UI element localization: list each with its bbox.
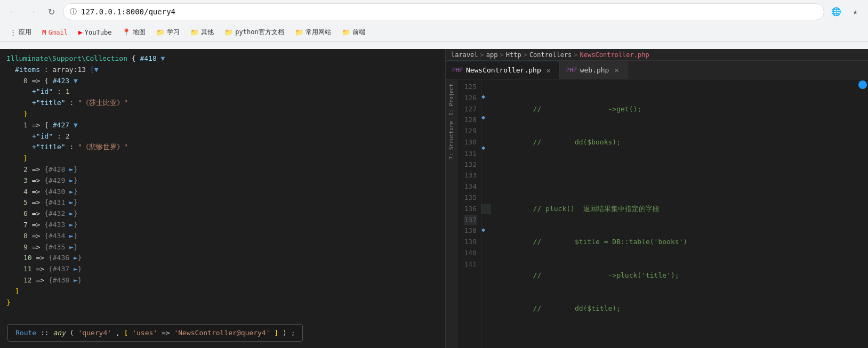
g-134	[481, 174, 491, 184]
tab-newscontroller-close[interactable]: ✕	[544, 66, 553, 75]
route-uses-key: 'uses'	[132, 329, 157, 337]
g-131: ◆	[481, 143, 491, 153]
folder-icon-2: 📁	[190, 28, 199, 36]
bookmark-study-label: 学习	[167, 28, 180, 37]
debug-obj-close: }	[6, 297, 439, 309]
folder-icon-1: 📁	[156, 28, 165, 36]
debug-id-key-1: +"id"	[32, 132, 53, 140]
bookmark-apps[interactable]: ⋮ 应用	[5, 26, 36, 38]
debug-title-colon: :	[69, 99, 78, 107]
toolbar-icons: 🌐 ★	[829, 4, 863, 19]
debug-item-9: 9 => {#435 ►}	[23, 242, 439, 253]
tab-web-close[interactable]: ✕	[612, 66, 621, 74]
forward-button[interactable]: →	[25, 4, 39, 19]
ln-138: 138	[464, 225, 477, 237]
bookmark-gmail[interactable]: M Gmail	[38, 27, 72, 38]
debug-item-0-index: 0	[23, 77, 28, 85]
debug-title-key: +"title"	[32, 99, 66, 107]
ln-139: 139	[464, 237, 477, 248]
code-area: 125 126 127 128 129 130 131 132 133 134 …	[457, 79, 868, 348]
bc-file: NewsController.php	[580, 51, 649, 59]
bookmark-youtube-label: YouTube	[85, 29, 112, 36]
project-label[interactable]: 1: Project	[447, 82, 455, 118]
debug-item-0: 0 => { #423 ▼	[23, 76, 439, 87]
gutter: ◆ ◆ ◆ ◆	[481, 79, 491, 348]
route-code-block: Route :: any ( 'query4' , [ 'uses' => 'N…	[7, 324, 303, 342]
debug-items-expand[interactable]: [▼	[90, 66, 99, 74]
bookmark-study[interactable]: 📁 学习	[152, 26, 184, 38]
debug-item-6: 6 => {#432 ►}	[23, 208, 439, 220]
debug-item-3: 3 => {#429 ►}	[23, 175, 439, 187]
tab-web[interactable]: PHP web.php ✕	[560, 61, 628, 79]
debug-item-0-close: }	[23, 109, 439, 120]
debug-item-0-title: +"title" : "《莎士比亚》"	[32, 98, 439, 109]
bookmark-common-label: 常用网站	[306, 28, 331, 37]
main-area: Illuminate\Support\Collection { #418 ▼ #…	[0, 49, 868, 348]
bookmark-icon[interactable]: ★	[848, 4, 863, 19]
line-numbers: 125 126 127 128 129 130 131 132 133 134 …	[457, 79, 481, 348]
code-128: // pluck() 返回结果集中指定的字段	[500, 204, 857, 215]
g-137	[481, 204, 491, 214]
bookmark-youtube[interactable]: ▶ YouTube	[74, 27, 116, 38]
g-139: ◆	[481, 225, 491, 235]
bookmark-gmail-label: Gmail	[49, 29, 68, 36]
ln-131: 131	[464, 148, 477, 159]
debug-item-4: 4 => {#430 ►}	[23, 187, 439, 198]
ln-129: 129	[464, 126, 477, 137]
maps-icon: 📍	[122, 28, 131, 36]
bookmark-other-label: 其他	[201, 28, 214, 37]
debug-item-0-expand[interactable]: ▼	[74, 77, 78, 85]
php-icon-1: PHP	[452, 67, 463, 74]
debug-item-1: 1 => { #427 ▼	[23, 120, 439, 131]
code-131: // dd($title);	[500, 303, 857, 314]
debug-item-2: 2 => {#428 ►}	[23, 164, 439, 175]
debug-item-8: 8 => {#434 ►}	[23, 231, 439, 242]
bc-sep-4: >	[574, 51, 577, 59]
tab-newscontroller[interactable]: PHP NewsController.php ✕	[446, 61, 560, 79]
bc-http: Http	[506, 51, 521, 59]
bookmark-python[interactable]: 📁 python官方文档	[220, 26, 288, 38]
code-129: // $title = DB::table('books')	[500, 237, 857, 248]
address-bar[interactable]: ⓘ 127.0.0.1:8000/query4	[63, 3, 824, 20]
code-132	[500, 336, 857, 347]
translate-icon[interactable]: 🌐	[829, 4, 843, 19]
bookmark-common[interactable]: 📁 常用网站	[291, 26, 335, 38]
debug-item-12: 12 => {#438 ►}	[23, 275, 439, 286]
g-127	[481, 102, 491, 112]
g-125	[481, 82, 491, 92]
code-125: // ->get();	[500, 104, 857, 115]
debug-item-1-hash: {	[44, 121, 49, 129]
debug-item-1-expand[interactable]: ▼	[74, 121, 78, 129]
bookmark-other[interactable]: 📁 其他	[186, 26, 218, 38]
ln-127: 127	[464, 104, 477, 115]
apps-icon: ⋮	[10, 28, 17, 36]
g-132	[481, 153, 491, 163]
debug-title-key-1: +"title"	[32, 143, 66, 151]
url-text: 127.0.0.1:8000/query4	[81, 7, 817, 16]
bookmark-maps[interactable]: 📍 地图	[118, 26, 150, 38]
ln-132: 132	[464, 159, 477, 171]
code-lines[interactable]: // ->get(); // dd($books); // pluck() 返回…	[491, 79, 857, 348]
route-class: Route	[15, 329, 36, 337]
debug-id-colon-1: :	[57, 132, 66, 140]
g-133	[481, 164, 491, 174]
ln-137: 137	[464, 215, 477, 226]
reload-button[interactable]: ↻	[44, 4, 59, 19]
back-button[interactable]: ←	[5, 4, 20, 19]
chrome-ext-area	[857, 79, 868, 348]
route-bar: Route :: any ( 'query4' , [ 'uses' => 'N…	[0, 318, 445, 348]
route-sep: ::	[41, 329, 49, 337]
debug-item-0-arrow: =>	[32, 77, 44, 85]
g-138	[481, 214, 491, 224]
debug-item-10: 10 => {#436 ►}	[23, 253, 439, 264]
debug-items-type: array:13	[52, 66, 90, 74]
folder-icon-5: 📁	[342, 28, 350, 36]
debug-class-line: Illuminate\Support\Collection { #418 ▼	[6, 53, 439, 64]
structure-label[interactable]: 7: Structure	[447, 119, 455, 161]
debug-title-val-0: "《莎士比亚》"	[78, 99, 128, 107]
route-uses-val: 'NewsController@query4'	[174, 329, 270, 337]
debug-expand-arrow[interactable]: ▼	[161, 54, 165, 62]
debug-items-key: #items	[15, 66, 40, 74]
bookmark-frontend[interactable]: 📁 前端	[337, 26, 369, 38]
route-bracket-open: [	[124, 329, 128, 337]
